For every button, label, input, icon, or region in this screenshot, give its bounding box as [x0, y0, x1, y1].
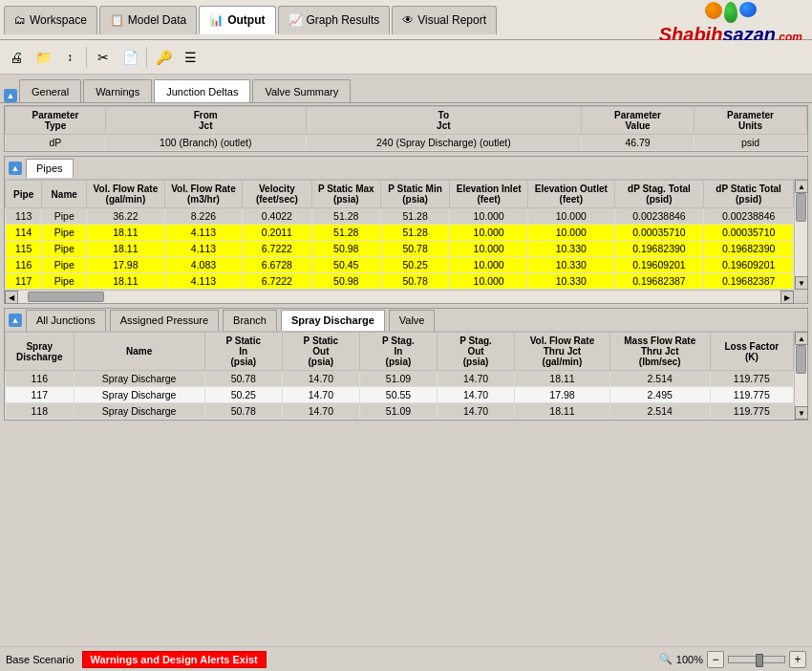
pipe-name: Pipe — [42, 257, 87, 273]
sub-tab-general[interactable]: General — [19, 79, 81, 102]
pipe-dp-stat: 0.19682387 — [704, 273, 794, 290]
sub-tab-junction-deltas[interactable]: Junction Deltas — [154, 79, 250, 102]
open-button[interactable]: 📁 — [31, 45, 55, 70]
print-button[interactable]: 🖨 — [4, 45, 29, 70]
pipe-el-in: 10.000 — [450, 225, 528, 241]
th-lf: Loss Factor(K) — [710, 333, 793, 371]
tab-model-data[interactable]: 📋 Model Data — [99, 6, 197, 34]
menu-button[interactable]: ☰ — [178, 45, 203, 70]
pipe-vel: 6.7222 — [243, 273, 311, 290]
th-el-in: Elevation Inlet(feet) — [450, 181, 528, 208]
pipe-el-in: 10.000 — [450, 208, 528, 225]
jct-id: 117 — [6, 387, 75, 403]
pipe-row-115: 115 Pipe 18.11 4.113 6.7222 50.98 50.78 … — [6, 241, 794, 257]
sub-tab-valve-summary[interactable]: Valve Summary — [252, 79, 351, 102]
h-scroll-thumb[interactable] — [28, 292, 104, 302]
zoom-in-btn[interactable]: + — [789, 651, 806, 668]
pipe-vfr-gal: 18.11 — [87, 273, 165, 290]
junctions-vscrollbar[interactable]: ▲ ▼ — [794, 332, 807, 420]
jct-pstag-out: 14.70 — [437, 371, 514, 387]
junctions-collapse-btn[interactable]: ▲ — [9, 314, 22, 327]
pipe-vfr-gal: 17.98 — [87, 257, 165, 273]
model-data-icon: 📋 — [110, 13, 124, 27]
pipe-el-out: 10.330 — [528, 257, 615, 273]
th-pstag-in: P Stag.In(psia) — [359, 333, 437, 371]
key-button[interactable]: 🔑 — [151, 45, 176, 70]
scroll-up-btn[interactable]: ▲ — [795, 180, 808, 193]
pipes-vscrollbar[interactable]: ▲ ▼ — [794, 180, 807, 290]
col-param-value: ParameterValue — [582, 107, 694, 135]
tab-visual-report[interactable]: 👁 Visual Report — [392, 6, 497, 34]
jct-row-118: 118 Spray Discharge 50.78 14.70 51.09 14… — [6, 403, 794, 420]
pipes-hscrollbar[interactable]: ◀ ▶ — [5, 290, 794, 303]
jct-tab-valve[interactable]: Valve — [389, 310, 436, 331]
output-table: ParameterType FromJct ToJct ParameterVal… — [5, 106, 807, 151]
h-scroll-track[interactable] — [18, 291, 780, 303]
th-spray-discharge: SprayDischarge — [6, 333, 75, 371]
jct-tab-assigned-pressure[interactable]: Assigned Pressure — [110, 310, 219, 331]
tab-graph-results[interactable]: 📈 Graph Results — [278, 6, 391, 34]
toolbar-sep-2 — [146, 47, 147, 68]
pipe-row-113: 113 Pipe 36.22 8.226 0.4022 51.28 51.28 … — [6, 208, 794, 225]
scenario-label: Base Scenario — [6, 654, 75, 665]
zoom-level: 100% — [676, 654, 703, 665]
zoom-out-btn[interactable]: − — [707, 651, 724, 668]
jct-lf: 119.775 — [710, 371, 793, 387]
tab-workspace[interactable]: 🗂 Workspace — [4, 6, 97, 34]
jct-tab-spray-discharge[interactable]: Spray Discharge — [281, 310, 385, 331]
pipes-tab[interactable]: Pipes — [26, 159, 74, 178]
warning-badge: Warnings and Design Alerts Exist — [82, 651, 267, 668]
pipes-collapse-btn[interactable]: ▲ — [9, 162, 22, 175]
jct-scroll-track[interactable] — [795, 345, 807, 406]
pipe-vfr-m3: 4.083 — [164, 257, 243, 273]
tab-output[interactable]: 📊 Output — [199, 6, 275, 34]
zoom-slider[interactable] — [728, 656, 785, 663]
jct-scroll-up[interactable]: ▲ — [795, 332, 808, 345]
pipe-ps-max: 51.28 — [311, 208, 380, 225]
scroll-left-btn[interactable]: ◀ — [5, 291, 18, 304]
jct-tab-branch[interactable]: Branch — [223, 310, 277, 331]
scroll-right-btn[interactable]: ▶ — [780, 291, 794, 304]
jct-scroll-thumb[interactable] — [796, 345, 806, 374]
th-dp-stat: dP Static Total(psid) — [704, 181, 794, 208]
pipe-ps-max: 51.28 — [311, 225, 380, 241]
jct-pstag-out: 14.70 — [437, 403, 514, 420]
pipe-id: 117 — [6, 273, 42, 290]
junctions-section-header: ▲ All Junctions Assigned Pressure Branch… — [5, 309, 807, 332]
jct-id: 116 — [6, 371, 75, 387]
pipe-dp-stat: 0.19682390 — [704, 241, 794, 257]
pipe-id: 114 — [6, 225, 42, 241]
jct-mfr: 2.514 — [609, 403, 710, 420]
jct-pstag-in: 51.09 — [359, 371, 437, 387]
th-name: Name — [74, 333, 204, 371]
pipe-id: 113 — [6, 208, 42, 225]
output-cell-param-units: psid — [694, 135, 807, 151]
zoom-area: 🔍 100% − + — [659, 651, 806, 668]
th-dp-stag: dP Stag. Total(psid) — [614, 181, 704, 208]
pipes-section-header: ▲ Pipes — [5, 157, 807, 180]
jct-vfr: 17.98 — [515, 387, 610, 403]
zoom-slider-thumb[interactable] — [756, 654, 763, 667]
jct-lf: 119.775 — [710, 403, 793, 420]
cut-button[interactable]: ✂ — [91, 45, 116, 70]
collapse-arrow[interactable]: ▲ — [4, 89, 17, 102]
scroll-thumb[interactable] — [796, 193, 806, 222]
pipe-ps-min: 51.28 — [380, 225, 449, 241]
pipe-vfr-gal: 18.11 — [87, 225, 165, 241]
pipe-name: Pipe — [42, 208, 87, 225]
pipe-dp-stag: 0.00035710 — [614, 225, 704, 241]
jct-scroll-down[interactable]: ▼ — [795, 406, 808, 420]
output-cell-param-value: 46.79 — [582, 135, 694, 151]
jct-tab-all[interactable]: All Junctions — [26, 310, 106, 331]
th-vfr: Vol. Flow RateThru Jct(gal/min) — [515, 333, 610, 371]
jct-ps-in: 50.25 — [204, 387, 282, 403]
scroll-track[interactable] — [795, 193, 807, 276]
sort-button[interactable]: ↕ — [57, 45, 82, 70]
th-vfr-gal: Vol. Flow Rate(gal/min) — [87, 181, 165, 208]
scroll-down-btn[interactable]: ▼ — [795, 276, 808, 290]
pipe-dp-stag: 0.19682387 — [614, 273, 704, 290]
copy-button[interactable]: 📄 — [118, 45, 142, 70]
sub-tab-warnings[interactable]: Warnings — [83, 79, 152, 102]
pipe-vel: 6.6728 — [243, 257, 311, 273]
pipe-el-in: 10.000 — [450, 241, 528, 257]
